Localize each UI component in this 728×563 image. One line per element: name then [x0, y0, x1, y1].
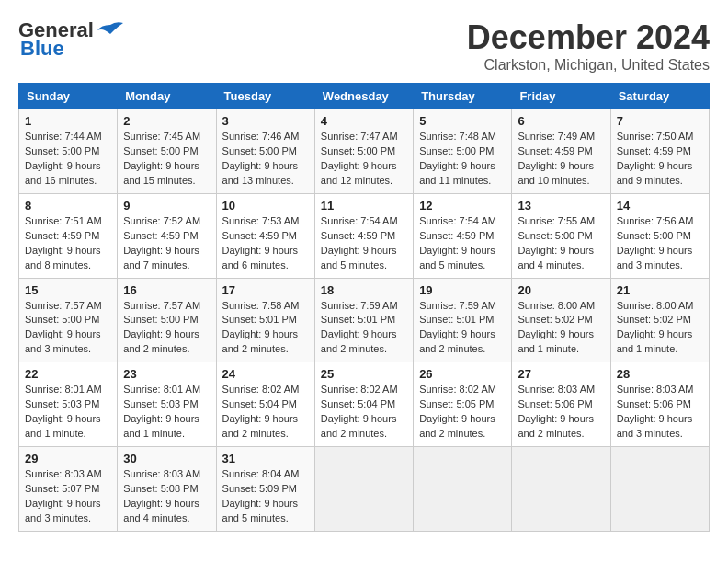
calendar-day-cell: 15Sunrise: 7:57 AM Sunset: 5:00 PM Dayli… [19, 278, 118, 362]
calendar-day-cell [512, 447, 610, 532]
day-number: 22 [25, 367, 111, 381]
calendar-day-cell: 7Sunrise: 7:50 AM Sunset: 4:59 PM Daylig… [610, 109, 709, 194]
logo-bird-icon [97, 21, 123, 40]
day-info: Sunrise: 7:57 AM Sunset: 5:00 PM Dayligh… [123, 299, 210, 358]
calendar-day-cell: 26Sunrise: 8:02 AM Sunset: 5:05 PM Dayli… [414, 362, 512, 447]
day-number: 5 [419, 114, 506, 128]
calendar-day-cell [610, 447, 709, 532]
calendar-day-cell: 14Sunrise: 7:56 AM Sunset: 5:00 PM Dayli… [610, 193, 709, 278]
calendar-week-row: 1Sunrise: 7:44 AM Sunset: 5:00 PM Daylig… [19, 109, 710, 194]
logo: General Blue [18, 18, 123, 61]
day-number: 3 [222, 114, 309, 128]
day-info: Sunrise: 7:54 AM Sunset: 4:59 PM Dayligh… [419, 214, 506, 273]
calendar-day-cell: 4Sunrise: 7:47 AM Sunset: 5:00 PM Daylig… [314, 109, 413, 194]
day-info: Sunrise: 8:02 AM Sunset: 5:05 PM Dayligh… [419, 383, 506, 442]
day-info: Sunrise: 8:01 AM Sunset: 5:03 PM Dayligh… [123, 383, 210, 442]
day-number: 18 [321, 283, 407, 297]
day-info: Sunrise: 7:59 AM Sunset: 5:01 PM Dayligh… [419, 299, 506, 358]
day-number: 15 [25, 283, 111, 297]
day-info: Sunrise: 7:53 AM Sunset: 4:59 PM Dayligh… [222, 214, 309, 273]
calendar-week-row: 29Sunrise: 8:03 AM Sunset: 5:07 PM Dayli… [19, 447, 710, 532]
day-info: Sunrise: 7:52 AM Sunset: 4:59 PM Dayligh… [123, 214, 210, 273]
day-info: Sunrise: 7:56 AM Sunset: 5:00 PM Dayligh… [617, 214, 703, 273]
day-info: Sunrise: 8:03 AM Sunset: 5:06 PM Dayligh… [617, 383, 703, 442]
day-number: 14 [617, 199, 703, 213]
day-number: 25 [321, 367, 407, 381]
day-number: 21 [617, 283, 703, 297]
day-info: Sunrise: 8:02 AM Sunset: 5:04 PM Dayligh… [321, 383, 407, 442]
calendar-day-cell: 1Sunrise: 7:44 AM Sunset: 5:00 PM Daylig… [19, 109, 118, 194]
day-info: Sunrise: 8:00 AM Sunset: 5:02 PM Dayligh… [617, 299, 703, 358]
calendar-day-cell: 10Sunrise: 7:53 AM Sunset: 4:59 PM Dayli… [216, 193, 314, 278]
day-info: Sunrise: 7:49 AM Sunset: 4:59 PM Dayligh… [518, 130, 604, 189]
day-info: Sunrise: 7:57 AM Sunset: 5:00 PM Dayligh… [25, 299, 111, 358]
calendar-day-cell: 30Sunrise: 8:03 AM Sunset: 5:08 PM Dayli… [118, 447, 216, 532]
day-number: 10 [222, 199, 309, 213]
day-number: 6 [518, 114, 604, 128]
day-number: 11 [321, 199, 407, 213]
day-number: 20 [518, 283, 604, 297]
day-number: 7 [617, 114, 703, 128]
day-info: Sunrise: 8:00 AM Sunset: 5:02 PM Dayligh… [518, 299, 604, 358]
calendar-day-cell: 24Sunrise: 8:02 AM Sunset: 5:04 PM Dayli… [216, 362, 314, 447]
day-info: Sunrise: 7:44 AM Sunset: 5:00 PM Dayligh… [25, 130, 111, 189]
day-info: Sunrise: 7:50 AM Sunset: 4:59 PM Dayligh… [617, 130, 703, 189]
day-number: 13 [518, 199, 604, 213]
weekday-header-cell: Tuesday [216, 84, 314, 109]
calendar-day-cell: 22Sunrise: 8:01 AM Sunset: 5:03 PM Dayli… [19, 362, 118, 447]
calendar-day-cell: 8Sunrise: 7:51 AM Sunset: 4:59 PM Daylig… [19, 193, 118, 278]
calendar-day-cell: 12Sunrise: 7:54 AM Sunset: 4:59 PM Dayli… [414, 193, 512, 278]
logo-text-blue: Blue [20, 37, 64, 61]
calendar-day-cell: 11Sunrise: 7:54 AM Sunset: 4:59 PM Dayli… [314, 193, 413, 278]
calendar-day-cell: 17Sunrise: 7:58 AM Sunset: 5:01 PM Dayli… [216, 278, 314, 362]
page-header: General Blue December 2024 Clarkston, Mi… [18, 18, 710, 74]
day-number: 29 [25, 452, 111, 465]
day-info: Sunrise: 7:48 AM Sunset: 5:00 PM Dayligh… [419, 130, 506, 189]
day-number: 4 [321, 114, 407, 128]
day-number: 24 [222, 367, 309, 381]
day-info: Sunrise: 8:04 AM Sunset: 5:09 PM Dayligh… [222, 467, 309, 526]
day-number: 16 [123, 283, 210, 297]
day-info: Sunrise: 7:47 AM Sunset: 5:00 PM Dayligh… [321, 130, 407, 189]
calendar-day-cell: 5Sunrise: 7:48 AM Sunset: 5:00 PM Daylig… [414, 109, 512, 194]
day-info: Sunrise: 7:46 AM Sunset: 5:00 PM Dayligh… [222, 130, 309, 189]
day-number: 26 [419, 367, 506, 381]
weekday-header-row: SundayMondayTuesdayWednesdayThursdayFrid… [19, 84, 710, 109]
calendar-day-cell: 28Sunrise: 8:03 AM Sunset: 5:06 PM Dayli… [610, 362, 709, 447]
calendar-day-cell: 29Sunrise: 8:03 AM Sunset: 5:07 PM Dayli… [19, 447, 118, 532]
calendar-day-cell: 3Sunrise: 7:46 AM Sunset: 5:00 PM Daylig… [216, 109, 314, 194]
day-number: 12 [419, 199, 506, 213]
day-number: 19 [419, 283, 506, 297]
calendar-day-cell: 27Sunrise: 8:03 AM Sunset: 5:06 PM Dayli… [512, 362, 610, 447]
calendar-day-cell: 25Sunrise: 8:02 AM Sunset: 5:04 PM Dayli… [314, 362, 413, 447]
day-info: Sunrise: 8:02 AM Sunset: 5:04 PM Dayligh… [222, 383, 309, 442]
calendar-day-cell: 31Sunrise: 8:04 AM Sunset: 5:09 PM Dayli… [216, 447, 314, 532]
day-number: 8 [25, 199, 111, 213]
weekday-header-cell: Thursday [414, 84, 512, 109]
day-number: 9 [123, 199, 210, 213]
calendar-week-row: 22Sunrise: 8:01 AM Sunset: 5:03 PM Dayli… [19, 362, 710, 447]
day-number: 28 [617, 367, 703, 381]
calendar-day-cell [414, 447, 512, 532]
calendar-day-cell: 16Sunrise: 7:57 AM Sunset: 5:00 PM Dayli… [118, 278, 216, 362]
calendar-day-cell: 9Sunrise: 7:52 AM Sunset: 4:59 PM Daylig… [118, 193, 216, 278]
calendar-table: SundayMondayTuesdayWednesdayThursdayFrid… [18, 83, 710, 532]
title-block: December 2024 Clarkston, Michigan, Unite… [467, 18, 710, 74]
day-number: 27 [518, 367, 604, 381]
day-number: 2 [123, 114, 210, 128]
day-number: 31 [222, 452, 309, 465]
calendar-week-row: 15Sunrise: 7:57 AM Sunset: 5:00 PM Dayli… [19, 278, 710, 362]
calendar-week-row: 8Sunrise: 7:51 AM Sunset: 4:59 PM Daylig… [19, 193, 710, 278]
calendar-day-cell: 6Sunrise: 7:49 AM Sunset: 4:59 PM Daylig… [512, 109, 610, 194]
calendar-day-cell: 13Sunrise: 7:55 AM Sunset: 5:00 PM Dayli… [512, 193, 610, 278]
day-number: 30 [123, 452, 210, 465]
day-info: Sunrise: 7:55 AM Sunset: 5:00 PM Dayligh… [518, 214, 604, 273]
calendar-day-cell: 20Sunrise: 8:00 AM Sunset: 5:02 PM Dayli… [512, 278, 610, 362]
month-title: December 2024 [467, 18, 710, 57]
calendar-day-cell: 18Sunrise: 7:59 AM Sunset: 5:01 PM Dayli… [314, 278, 413, 362]
calendar-day-cell: 2Sunrise: 7:45 AM Sunset: 5:00 PM Daylig… [118, 109, 216, 194]
calendar-day-cell: 19Sunrise: 7:59 AM Sunset: 5:01 PM Dayli… [414, 278, 512, 362]
calendar-day-cell [314, 447, 413, 532]
day-info: Sunrise: 8:03 AM Sunset: 5:06 PM Dayligh… [518, 383, 604, 442]
location-title: Clarkston, Michigan, United States [467, 57, 710, 74]
